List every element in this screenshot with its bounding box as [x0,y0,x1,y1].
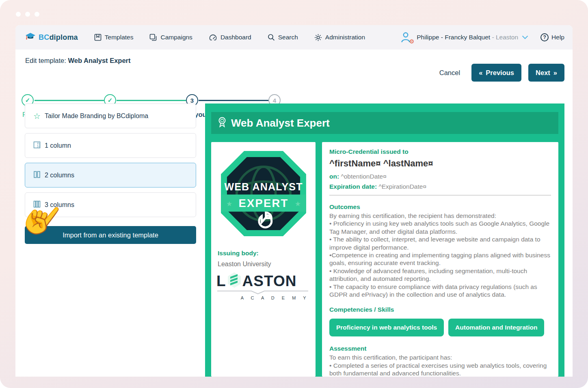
window-dot[interactable] [16,12,21,17]
nav-label: Templates [105,34,134,41]
competencies-heading: Competencies / Skills [329,306,551,313]
app-window: BCdiploma Templates Cam [15,25,573,377]
obtention-date-row: on: ^obtentionDate¤ [329,173,551,180]
credential-details-card: Micro-Credential issued to ^firstName¤ ^… [322,142,558,377]
step-connector [35,100,104,101]
medal-icon [217,116,227,129]
skill-tag[interactable]: Proficiency in web analytics tools [329,319,444,336]
template-preview-panel: Web Analyst Expert [205,103,564,377]
user-avatar-icon: ⚙ [401,32,413,43]
window-dot[interactable] [25,12,30,17]
svg-text:EXPERT: EXPERT [238,197,288,209]
user-gear-icon: ⚙ [409,38,415,45]
template-name: Web Analyst Expert [68,57,130,64]
preview-header: Web Analyst Expert [211,112,558,134]
issued-to-label: Micro-Credential issued to [329,148,551,155]
brand-name: BCdiploma [39,33,78,42]
svg-text:★: ★ [294,200,300,208]
help-button[interactable]: ? Help [540,33,564,41]
desktop-background: BCdiploma Templates Cam [0,0,588,388]
window-dot[interactable] [35,12,39,17]
assessment-text: To earn this certification, the particip… [329,354,551,377]
next-button[interactable]: Next» [528,64,564,82]
nav-label: Dashboard [220,34,251,41]
campaigns-icon [149,34,157,41]
brand-logo[interactable]: BCdiploma [25,32,78,42]
cancel-button[interactable]: Cancel [439,69,460,77]
svg-text:WEB ANALYST: WEB ANALYST [224,181,303,192]
nav-campaigns[interactable]: Campaigns [149,34,192,41]
user-name: Philippe - Francky Balquet - Leaston [417,34,518,41]
step-connector [117,100,186,101]
help-label: Help [551,34,564,41]
issuer-card: WEB ANALYST EXPERT ★ ★ [211,142,316,377]
issuing-body-name: Leaston University [218,261,316,268]
credential-badge: WEB ANALYST EXPERT ★ ★ [217,147,310,241]
expiration-date-row: Expiration date: ^ExpirationDate¤ [329,183,551,190]
nav-label: Search [278,34,298,41]
skill-tag[interactable]: Automation and Integration [448,319,544,336]
double-chevron-left-icon: « [479,69,482,77]
nav-search[interactable]: Search [268,34,298,41]
preview-title: Web Analyst Expert [231,117,330,129]
option-1-column[interactable]: 1 column [25,133,196,158]
top-navbar: BCdiploma Templates Cam [15,25,573,50]
administration-icon [314,34,322,41]
two-columns-icon [33,171,41,180]
previous-button[interactable]: «Previous [471,64,521,82]
double-chevron-right-icon: » [553,69,557,77]
recipient-name-placeholder: ^firstName¤ ^lastName¤ [329,158,551,169]
outcomes-heading: Outcomes [329,203,551,211]
star-icon: ☆ [33,112,41,120]
user-menu[interactable]: ⚙ Philippe - Francky Balquet - Leaston [401,32,528,43]
hexagon-logo-icon [227,272,242,290]
leaston-academy-logo: L [216,272,310,300]
step-connector [199,100,268,101]
chevron-down-icon [522,34,528,41]
window-controls[interactable] [16,12,39,17]
nav-administration[interactable]: Administration [314,34,365,41]
three-columns-icon [33,200,41,209]
nav-templates[interactable]: Templates [94,34,134,41]
option-2-columns[interactable]: 2 columns [25,163,196,188]
question-icon: ? [540,33,549,41]
one-column-icon [33,141,41,150]
nav-label: Administration [325,34,365,41]
search-icon [268,34,275,41]
nav-label: Campaigns [160,34,192,41]
option-tailor-made-branding[interactable]: ☆ Tailor Made Branding by BCdiploma [25,103,196,128]
outcomes-text: By earning this certification, the recip… [329,212,551,298]
nav-dashboard[interactable]: Dashboard [209,34,251,41]
graduation-cap-icon [25,32,36,42]
svg-text:★: ★ [226,200,232,208]
check-icon: ✓ [108,97,113,104]
issuing-body-label: Issuing body: [218,250,316,257]
import-template-button[interactable]: Import from an existing template [25,226,196,244]
templates-icon [94,34,102,41]
page-title: Edit template: Web Analyst Expert [15,50,573,65]
dashboard-icon [209,34,217,41]
layout-options-sidebar: ☆ Tailor Made Branding by BCdiploma 1 co… [25,103,196,244]
check-icon: ✓ [25,97,30,104]
divider [329,195,551,196]
assessment-heading: Assessment [329,345,551,352]
option-3-columns[interactable]: 3 columns [25,192,196,217]
